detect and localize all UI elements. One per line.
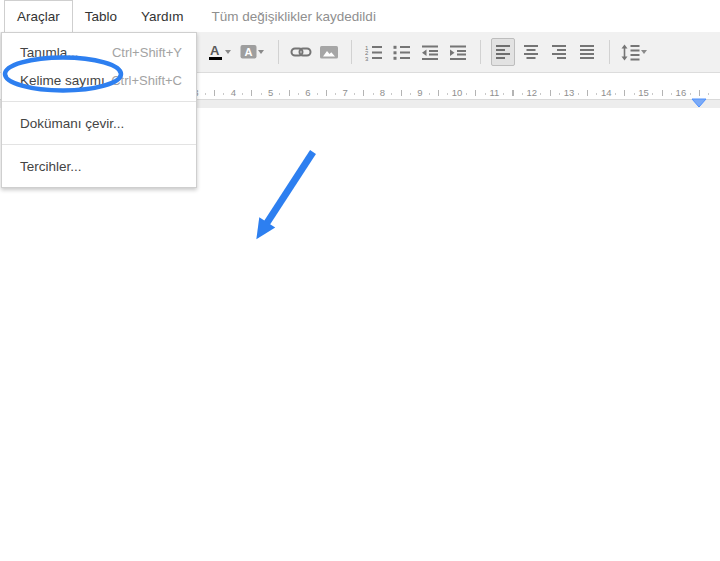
menu-tools[interactable]: Araçlar — [4, 0, 73, 32]
menu-item-shortcut: Ctrl+Shift+C — [111, 73, 182, 88]
menu-separator — [2, 101, 196, 102]
link-icon — [290, 45, 312, 59]
insert-image-icon — [319, 44, 339, 60]
align-left-icon — [495, 44, 511, 60]
numbered-list-button[interactable]: 123 — [362, 38, 386, 66]
toolbar-separator — [351, 40, 352, 64]
svg-text:3: 3 — [365, 55, 369, 61]
insert-link-button[interactable] — [289, 38, 313, 66]
align-right-icon — [551, 44, 567, 60]
toolbar-separator — [278, 40, 279, 64]
menu-item-label: Tercihler... — [20, 159, 182, 174]
chevron-down-icon — [258, 50, 264, 54]
line-spacing-button[interactable] — [620, 38, 651, 66]
svg-text:A: A — [245, 46, 253, 58]
menu-item-translate-document[interactable]: Dokümanı çevir... — [2, 109, 196, 137]
text-color-icon: A — [207, 43, 224, 61]
ruler-number: 12 — [524, 87, 539, 98]
menu-item-label: Kelime sayımı — [20, 73, 111, 88]
align-right-button[interactable] — [547, 38, 571, 66]
text-color-button[interactable]: A — [206, 38, 235, 66]
menu-item-preferences[interactable]: Tercihler... — [2, 152, 196, 180]
menu-table[interactable]: Tablo — [73, 0, 129, 32]
justify-button[interactable] — [575, 38, 599, 66]
line-spacing-icon — [621, 44, 640, 61]
right-indent-marker[interactable] — [691, 94, 707, 112]
justify-icon — [579, 44, 595, 60]
menu-item-shortcut: Ctrl+Shift+Y — [112, 45, 182, 60]
menu-item-define[interactable]: Tanımla... Ctrl+Shift+Y — [2, 38, 196, 66]
menu-separator — [2, 144, 196, 145]
numbered-list-icon: 123 — [365, 44, 383, 61]
increase-indent-icon — [449, 44, 467, 61]
highlight-color-button[interactable]: A — [239, 38, 268, 66]
increase-indent-button[interactable] — [446, 38, 470, 66]
bulleted-list-button[interactable] — [390, 38, 414, 66]
menu-bar: Araçlar Tablo Yardım Tüm değişiklikler k… — [0, 0, 720, 32]
ruler-number: 9 — [415, 87, 424, 98]
ruler-number: 5 — [266, 87, 275, 98]
ruler-number: 4 — [229, 87, 238, 98]
chevron-down-icon — [225, 50, 231, 54]
align-left-button[interactable] — [491, 38, 515, 66]
menu-item-word-count[interactable]: Kelime sayımı Ctrl+Shift+C — [2, 66, 196, 94]
decrease-indent-button[interactable] — [418, 38, 442, 66]
toolbar-separator — [480, 40, 481, 64]
ruler-number: 10 — [450, 87, 465, 98]
ruler-number: 11 — [487, 87, 501, 98]
ruler-number: 15 — [636, 87, 651, 98]
menu-item-label: Tanımla... — [20, 45, 112, 60]
insert-image-button[interactable] — [317, 38, 341, 66]
decrease-indent-icon — [421, 44, 439, 61]
ruler-number: 6 — [303, 87, 312, 98]
bulleted-list-icon — [393, 44, 411, 61]
tools-menu-dropdown: Tanımla... Ctrl+Shift+Y Kelime sayımı Ct… — [1, 32, 197, 188]
ruler-number: 13 — [562, 87, 577, 98]
toolbar-separator — [609, 40, 610, 64]
align-center-button[interactable] — [519, 38, 543, 66]
align-center-icon — [523, 44, 539, 60]
svg-text:A: A — [210, 43, 220, 58]
highlight-color-icon: A — [240, 44, 257, 60]
save-status: Tüm değişiklikler kaydedildi — [212, 0, 376, 32]
ruler-number: 14 — [599, 87, 614, 98]
menu-help[interactable]: Yardım — [129, 0, 196, 32]
chevron-down-icon — [641, 50, 647, 54]
menu-item-label: Dokümanı çevir... — [20, 116, 182, 131]
ruler-number: 7 — [341, 87, 350, 98]
ruler-number: 16 — [674, 87, 689, 98]
ruler-number: 8 — [378, 87, 387, 98]
